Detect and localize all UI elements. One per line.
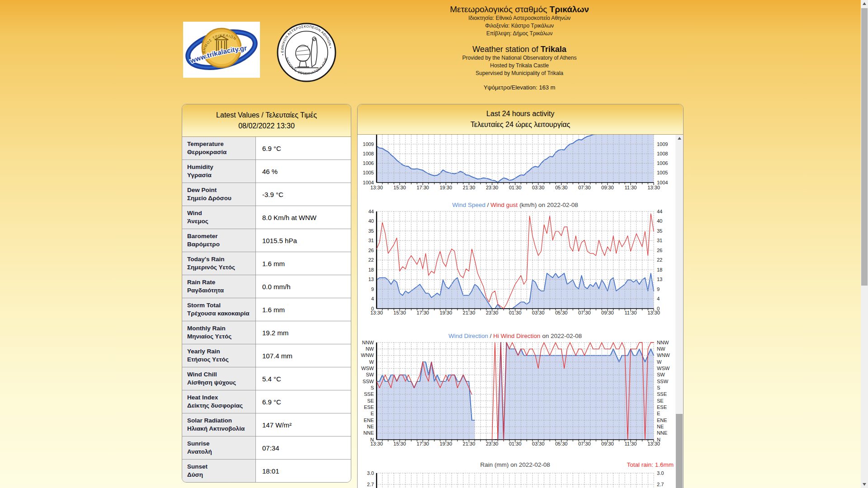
page-title-greek: Μετεωρολογικός σταθμός Τρικάλων bbox=[357, 5, 682, 14]
row-value: 19.2 mm bbox=[256, 321, 351, 344]
row-value: 8.0 Km/h at WNW bbox=[256, 206, 351, 229]
y-axis-label: 31 bbox=[368, 238, 374, 243]
y-axis-label-right: 44 bbox=[657, 209, 662, 214]
page-scrollbar-thumb[interactable] bbox=[861, 8, 868, 286]
y-axis-label-right: 40 bbox=[657, 218, 662, 224]
row-value: 6.9 °C bbox=[256, 137, 351, 160]
charts-scrollbar-up-button[interactable] bbox=[675, 137, 683, 144]
x-axis-label: 11:30 bbox=[625, 185, 637, 190]
x-axis-label: 05:30 bbox=[555, 441, 568, 446]
y-axis-label: 1009 bbox=[363, 141, 374, 147]
y-axis-label: 1005 bbox=[363, 170, 374, 175]
table-row: SunriseΑνατολή07:34 bbox=[182, 436, 351, 459]
row-value: 07:34 bbox=[256, 436, 351, 459]
row-label-en: Solar Radiation bbox=[187, 417, 252, 425]
table-row: Yearly RainΕτήσιος Υετός107.4 mm bbox=[182, 344, 351, 367]
x-axis-label: 13:30 bbox=[647, 310, 660, 315]
y-axis-label-right: 1004 bbox=[657, 180, 668, 185]
row-value: 46 % bbox=[256, 160, 351, 183]
x-axis-label: 09:30 bbox=[601, 310, 614, 315]
y-axis-label: 35 bbox=[368, 228, 374, 234]
row-label-en: Barometer bbox=[187, 232, 252, 240]
chart-title: Wind Direction / Hi Wind Direction on 20… bbox=[448, 333, 582, 339]
x-axis-label: 07:30 bbox=[578, 310, 591, 315]
subtitle-english-2: Hosted by Trikala Castle bbox=[357, 62, 682, 70]
row-value: 1015.5 hPa bbox=[256, 229, 351, 252]
scroll-up-icon bbox=[863, 2, 866, 5]
y-axis-label-right: WNW bbox=[657, 352, 670, 358]
latest-values-panel: Latest Values / Τελευταίες Τιμές 08/02/2… bbox=[182, 104, 351, 483]
row-label-el: Άνεμος bbox=[187, 217, 252, 225]
y-axis-label-right: 3.0 bbox=[657, 470, 664, 476]
y-axis-label-right: 2.7 bbox=[657, 482, 664, 487]
y-axis-label: ENE bbox=[363, 418, 374, 423]
charts-scrollbar-thumb[interactable] bbox=[676, 414, 683, 488]
y-axis-label: ESE bbox=[364, 404, 374, 410]
table-row: HumidityΥγρασία46 % bbox=[182, 160, 351, 183]
y-axis-label-right: 9 bbox=[657, 286, 660, 292]
row-value: 107.4 mm bbox=[256, 344, 351, 367]
y-axis-label-right: NW bbox=[657, 346, 665, 352]
y-axis-label-right: 13 bbox=[657, 277, 662, 282]
row-label-en: Yearly Rain bbox=[187, 347, 252, 356]
row-value: 147 W/m² bbox=[256, 413, 351, 436]
y-axis-label-right: 1008 bbox=[657, 151, 668, 156]
charts-scroll-area[interactable]: 1009100910081008100610061005100510041004… bbox=[358, 135, 683, 488]
row-label: Heat IndexΔείκτης δυσφορίας bbox=[182, 390, 256, 413]
row-label-en: Today's Rain bbox=[187, 255, 252, 263]
y-axis-label: WSW bbox=[361, 366, 374, 371]
row-label: Today's RainΣημερινός Υετός bbox=[182, 252, 256, 275]
row-label-el: Ανατολή bbox=[187, 448, 252, 456]
y-axis-label-right: ESE bbox=[657, 404, 667, 410]
y-axis-label-right: SSW bbox=[657, 379, 669, 384]
subtitle-english-1: Provided by the National Observatory of … bbox=[357, 54, 682, 62]
y-axis-label-right: WSW bbox=[657, 366, 670, 371]
y-axis-label: NE bbox=[367, 424, 374, 429]
y-axis-label: SSE bbox=[364, 391, 374, 397]
x-axis-label: 15:30 bbox=[393, 310, 406, 315]
row-value: 1.6 mm bbox=[256, 298, 351, 321]
row-label: Wind ChillΑίσθηση ψύχους bbox=[182, 367, 256, 390]
y-axis-label: 4 bbox=[371, 296, 374, 301]
y-axis-label-right: SE bbox=[657, 398, 664, 404]
table-row: Storm TotalΤρέχουσα κακοκαιρία1.6 mm bbox=[182, 298, 351, 321]
subtitle-english-3: Supervised by Municipality of Trikala bbox=[357, 70, 682, 77]
y-axis-label-right: 35 bbox=[657, 228, 662, 234]
y-axis-label-right: 26 bbox=[657, 248, 662, 253]
total-rain-label: Total rain: 1.6mm bbox=[627, 461, 674, 468]
y-axis-label-right: 1005 bbox=[657, 170, 668, 175]
page-scrollbar[interactable] bbox=[861, 0, 868, 488]
y-axis-label-right: W bbox=[657, 359, 662, 365]
y-axis-label: NNE bbox=[363, 430, 374, 436]
charts-scrollbar[interactable] bbox=[675, 135, 683, 488]
y-axis-label: WNW bbox=[361, 352, 374, 358]
observatory-logo: • ΕΘΝΙΚΟΝ ΑΣΤΕΡΟΣΚΟΠΕΙΟΝ ΑΘΗΝΩΝ • NATION… bbox=[277, 23, 336, 82]
y-axis-label-right: NNE bbox=[657, 430, 667, 436]
latest-table: TemperatureΘερμοκρασία6.9 °CHumidityΥγρα… bbox=[182, 137, 351, 482]
row-label-el: Θερμοκρασία bbox=[187, 148, 252, 156]
y-axis-label: 3.0 bbox=[367, 470, 374, 476]
row-label-en: Sunset bbox=[187, 463, 252, 471]
row-value: 5.4 °C bbox=[256, 367, 351, 390]
row-label-el: Τρέχουσα κακοκαιρία bbox=[187, 310, 252, 318]
table-row: WindΆνεμος8.0 Km/h at WNW bbox=[182, 206, 351, 229]
row-label: Monthly RainΜηνιαίος Υετός bbox=[182, 321, 256, 344]
x-axis-label: 07:30 bbox=[578, 441, 591, 446]
x-axis-label: 15:30 bbox=[393, 441, 406, 446]
activity-header: Last 24 hours activity Τελευταίες 24 ώρε… bbox=[358, 104, 683, 135]
x-axis-label: 23:30 bbox=[486, 441, 499, 446]
y-axis-label-right: SW bbox=[657, 372, 665, 377]
y-axis-label-right: ENE bbox=[657, 418, 667, 423]
x-axis-label: 01:30 bbox=[509, 310, 522, 315]
row-label-el: Ετήσιος Υετός bbox=[187, 356, 252, 364]
table-row: Today's RainΣημερινός Υετός1.6 mm bbox=[182, 252, 351, 275]
row-value: 6.9 °C bbox=[256, 390, 351, 413]
x-axis-label: 13:30 bbox=[370, 185, 383, 190]
y-axis-label-right: NNW bbox=[657, 340, 669, 345]
y-axis-label: 1008 bbox=[363, 151, 374, 156]
page-scrollbar-down-button[interactable] bbox=[861, 481, 868, 488]
scroll-down-icon bbox=[863, 483, 866, 486]
y-axis-label: W bbox=[369, 359, 374, 365]
x-axis-label: 11:30 bbox=[625, 310, 637, 315]
row-label-en: Storm Total bbox=[187, 301, 252, 310]
